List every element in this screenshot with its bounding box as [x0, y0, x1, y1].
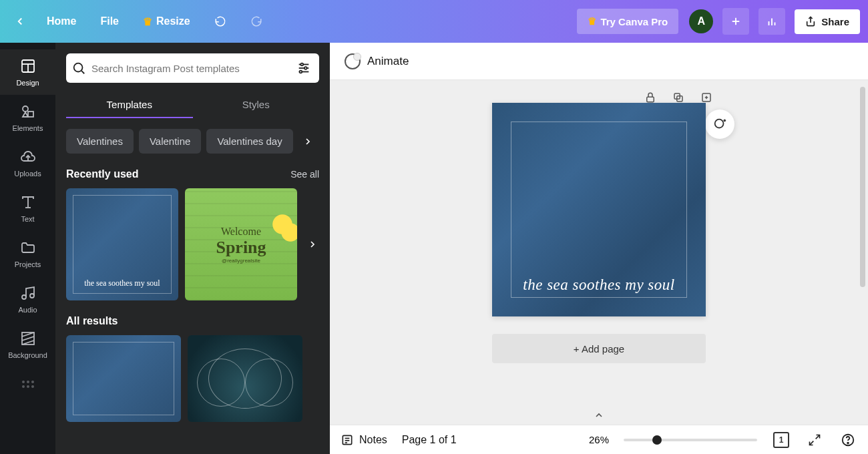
tool-rail: Design Elements Uploads Text Projects Au… [0, 43, 55, 454]
add-member-button[interactable] [722, 8, 749, 35]
templates-panel: Templates Styles Valentines Valentine Va… [55, 43, 330, 454]
music-icon [19, 284, 37, 302]
scrollbar-thumb[interactable] [860, 87, 865, 287]
template-thumb-spring[interactable]: Welcome Spring @reallygreatsite [185, 188, 297, 300]
chips-scroll-right[interactable] [298, 132, 317, 151]
vertical-scrollbar[interactable] [860, 87, 867, 398]
svg-line-18 [22, 336, 34, 340]
templates-icon [19, 57, 37, 75]
share-label: Share [821, 16, 849, 27]
redo-button[interactable] [241, 10, 272, 33]
animate-icon [345, 53, 361, 69]
chevron-left-icon [14, 15, 26, 27]
back-button[interactable] [8, 9, 32, 33]
filter-button[interactable] [294, 58, 314, 78]
canvas-toolbar: Animate [330, 43, 868, 80]
rail-more[interactable] [0, 367, 55, 401]
fullscreen-button[interactable] [805, 431, 824, 449]
svg-rect-34 [647, 97, 654, 102]
svg-point-9 [23, 106, 28, 111]
expand-icon [808, 433, 821, 447]
svg-point-33 [300, 71, 302, 73]
background-icon [19, 330, 37, 347]
rail-label: Background [8, 351, 47, 359]
all-results-title: All results [66, 315, 118, 327]
chart-icon [766, 15, 778, 27]
zoom-thumb[interactable] [652, 435, 662, 445]
suggestion-chips: Valentines Valentine Valentines day [66, 129, 319, 154]
insights-button[interactable] [758, 8, 785, 35]
cloud-upload-icon [19, 148, 37, 166]
section-recently-used: Recently used See all [66, 168, 319, 180]
zoom-slider[interactable] [624, 439, 757, 441]
redo-icon [250, 15, 262, 27]
search-input[interactable] [91, 63, 288, 74]
see-all-link[interactable]: See all [290, 169, 319, 180]
tab-styles[interactable]: Styles [193, 92, 320, 118]
rail-label: Text [21, 215, 34, 223]
home-button[interactable]: Home [37, 10, 85, 33]
template-thumb-plastic[interactable] [188, 335, 302, 422]
rail-design[interactable]: Design [0, 49, 55, 95]
svg-point-24 [27, 385, 29, 388]
file-menu[interactable]: File [91, 10, 128, 33]
share-button[interactable]: Share [795, 9, 860, 34]
svg-point-50 [847, 442, 849, 443]
thumbs-scroll-right[interactable] [303, 235, 322, 254]
rail-elements[interactable]: Elements [0, 95, 55, 140]
rail-uploads[interactable]: Uploads [0, 140, 55, 186]
chip-valentines[interactable]: Valentines [66, 129, 134, 154]
page-strip-toggle[interactable] [594, 410, 604, 421]
svg-point-26 [74, 63, 83, 72]
chevron-up-icon [594, 410, 604, 421]
spring-handle: @reallygreatsite [222, 258, 260, 264]
rail-background[interactable]: Background [0, 322, 55, 367]
svg-point-40 [715, 120, 724, 128]
page-info[interactable]: Page 1 of 1 [402, 434, 457, 446]
rail-projects[interactable]: Projects [0, 231, 55, 276]
notes-button[interactable]: Notes [341, 433, 387, 447]
recently-used-title: Recently used [66, 168, 138, 180]
undo-button[interactable] [205, 10, 236, 33]
canvas-viewport[interactable]: the sea soothes my soul + Add page [330, 80, 868, 425]
template-thumb-sea[interactable]: the sea soothes my soul [66, 188, 178, 300]
rings-graphic [208, 349, 282, 409]
lock-icon [644, 91, 656, 103]
more-icon [19, 375, 37, 393]
design-text[interactable]: the sea soothes my soul [523, 276, 674, 294]
folder-icon [19, 239, 37, 256]
page-num-box: 1 [773, 432, 789, 448]
svg-rect-10 [28, 111, 33, 117]
chip-valentine[interactable]: Valentine [139, 129, 201, 154]
svg-point-31 [304, 67, 307, 69]
page-number-button[interactable]: 1 [772, 431, 791, 449]
svg-point-21 [27, 381, 29, 383]
quick-add-fab[interactable] [705, 109, 734, 139]
canvas-area: Animate the sea soothes my soul + Add pa… [330, 43, 868, 454]
copy-icon [672, 91, 684, 103]
svg-point-20 [22, 381, 25, 383]
try-pro-button[interactable]: ♛ Try Canva Pro [577, 9, 678, 34]
chip-valentines-day[interactable]: Valentines day [206, 129, 292, 154]
animate-button[interactable]: Animate [345, 53, 409, 69]
thumb-frame [73, 342, 174, 415]
notes-icon [341, 433, 354, 447]
search-wrap [66, 53, 319, 83]
rail-audio[interactable]: Audio [0, 276, 55, 322]
rail-label: Elements [13, 124, 43, 132]
template-thumb-sea-2[interactable] [66, 335, 181, 422]
help-icon [841, 433, 855, 447]
thumb-caption: the sea soothes my soul [84, 278, 160, 288]
add-page-button[interactable]: + Add page [492, 334, 706, 363]
design-page[interactable]: the sea soothes my soul [492, 103, 706, 316]
svg-line-48 [810, 441, 814, 445]
rail-label: Uploads [14, 170, 41, 178]
animate-label: Animate [367, 55, 409, 68]
tab-templates[interactable]: Templates [66, 92, 193, 118]
help-button[interactable] [839, 431, 857, 449]
avatar[interactable]: A [689, 9, 713, 33]
recently-used-thumbs: the sea soothes my soul Welcome Spring @… [66, 188, 319, 300]
rail-text[interactable]: Text [0, 186, 55, 231]
resize-button[interactable]: ♛ Resize [134, 10, 200, 33]
resize-label: Resize [156, 15, 190, 27]
